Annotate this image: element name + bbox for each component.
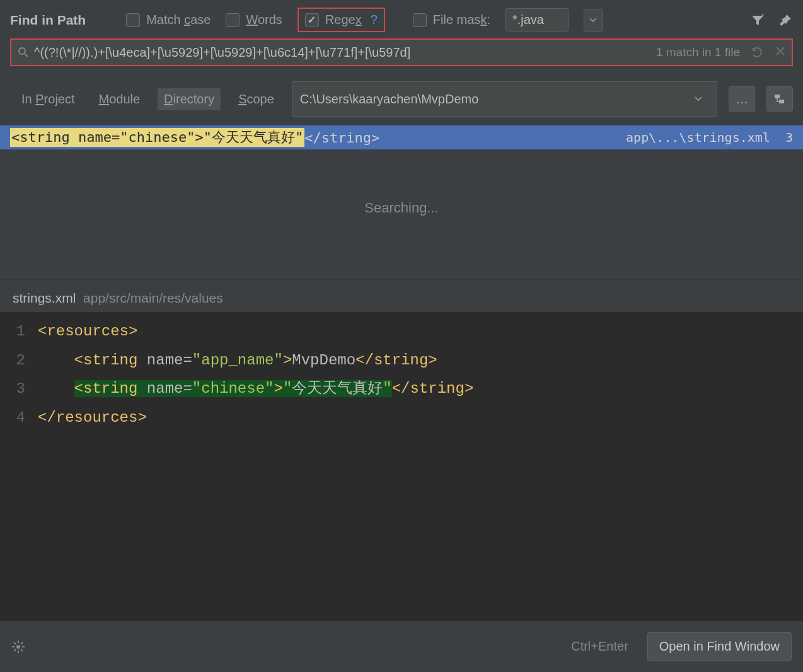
svg-point-0 — [19, 48, 25, 54]
scope-in-project[interactable]: In Project — [15, 88, 81, 110]
search-input[interactable]: ^((?!(\*|//)).)+[\u4eca]+[\u5929]+[\u592… — [34, 45, 656, 60]
svg-point-6 — [16, 645, 20, 649]
svg-line-11 — [14, 642, 16, 644]
match-case-checkbox[interactable]: Match case — [126, 13, 211, 27]
result-file-path: app\...\strings.xml 3 — [626, 130, 793, 145]
code-line: 3 <string name="chinese">"今天天气真好"</strin… — [0, 374, 803, 403]
preview-filename: strings.xml — [13, 291, 76, 305]
filter-icon[interactable] — [750, 13, 765, 28]
clear-search-icon[interactable] — [775, 46, 785, 59]
checkbox-icon — [413, 13, 427, 27]
svg-line-1 — [25, 54, 28, 57]
preview-file-header: strings.xml app/src/main/res/values — [0, 281, 803, 312]
svg-rect-4 — [775, 95, 780, 98]
result-match-text: <string name="chinese">"今天天气真好" — [10, 128, 304, 147]
code-line: 2 <string name="app_name">MvpDemo</strin… — [0, 346, 803, 375]
scope-row: In Project Module Directory Scope C:\Use… — [0, 75, 803, 125]
svg-line-12 — [21, 649, 23, 651]
code-line: 4</resources> — [0, 403, 803, 432]
preview-filepath: app/src/main/res/values — [83, 291, 223, 305]
directory-path-input[interactable]: C:\Users\kaaryachen\MvpDemo — [292, 81, 717, 117]
scope-directory[interactable]: Directory — [158, 88, 221, 110]
file-mask-input[interactable] — [505, 8, 569, 32]
search-icon — [18, 47, 29, 58]
code-line: 1<resources> — [0, 317, 803, 346]
settings-gear-icon[interactable] — [11, 640, 25, 654]
pin-icon[interactable] — [778, 13, 793, 28]
search-row: ^((?!(\*|//)).)+[\u4eca]+[\u5929]+[\u592… — [0, 38, 803, 75]
svg-line-14 — [21, 642, 23, 644]
recursive-toggle-button[interactable] — [766, 86, 793, 112]
shortcut-hint: Ctrl+Enter — [571, 639, 628, 654]
file-mask-dropdown[interactable] — [584, 9, 603, 32]
regex-help-icon[interactable]: ? — [371, 13, 378, 27]
search-result-row[interactable]: <string name="chinese">"今天天气真好"</string>… — [0, 125, 803, 149]
checkbox-icon — [126, 13, 140, 27]
browse-directory-button[interactable]: … — [729, 86, 755, 112]
scope-module[interactable]: Module — [93, 88, 147, 110]
search-input-wrapper: ^((?!(\*|//)).)+[\u4eca]+[\u5929]+[\u592… — [10, 38, 793, 66]
open-in-find-window-button[interactable]: Open in Find Window — [647, 632, 792, 661]
dialog-header: Find in Path Match case Words Regex ? Fi… — [0, 0, 803, 38]
searching-status: Searching... — [0, 149, 803, 279]
directory-dropdown-icon[interactable] — [688, 87, 709, 111]
checkbox-icon — [226, 13, 240, 27]
words-checkbox[interactable]: Words — [226, 13, 282, 27]
scope-scope[interactable]: Scope — [232, 88, 280, 110]
svg-rect-5 — [779, 100, 784, 103]
dialog-title: Find in Path — [10, 13, 86, 28]
dialog-footer: Ctrl+Enter Open in Find Window — [0, 621, 803, 672]
regex-checkbox[interactable]: Regex ? — [298, 8, 385, 32]
search-status: 1 match in 1 file — [656, 45, 740, 59]
search-history-icon[interactable] — [751, 46, 764, 59]
checkbox-icon — [305, 13, 319, 27]
svg-line-13 — [14, 649, 16, 651]
file-mask-checkbox[interactable]: File mask: — [413, 13, 490, 27]
code-preview[interactable]: 1<resources>2 <string name="app_name">Mv… — [0, 312, 803, 621]
